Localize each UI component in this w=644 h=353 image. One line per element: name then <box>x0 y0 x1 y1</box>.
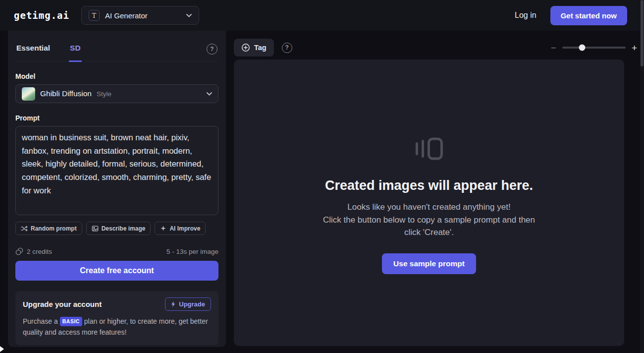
get-started-button[interactable]: Get started now <box>550 6 627 25</box>
create-free-account-button[interactable]: Create free account <box>15 261 218 281</box>
model-section-label: Model <box>15 72 218 80</box>
plus-circle-icon <box>241 43 250 52</box>
generation-time: 5 - 13s per image <box>166 248 218 255</box>
zoom-slider[interactable] <box>562 47 626 49</box>
prompt-label: Prompt <box>15 114 218 122</box>
bolt-icon <box>171 301 176 307</box>
zoom-in-button[interactable]: + <box>632 43 637 53</box>
upgrade-button-label: Upgrade <box>179 300 205 308</box>
generator-panel: Essential SD ? Model Ghibli Diffusion St… <box>8 31 226 347</box>
prompt-tools-row: Random prompt Describe image AI Improve <box>15 222 218 235</box>
login-link[interactable]: Log in <box>515 11 537 20</box>
basic-badge: BASIC <box>60 317 82 327</box>
add-tag-button[interactable]: Tag <box>234 39 274 57</box>
credits-row: 2 credits 5 - 13s per image <box>15 247 218 255</box>
random-prompt-label: Random prompt <box>31 225 77 232</box>
use-sample-prompt-button[interactable]: Use sample prompt <box>382 253 476 274</box>
scrollbar-thumb[interactable] <box>641 0 644 66</box>
zoom-control: − + <box>551 43 637 53</box>
top-bar: getimg.ai T AI Generator Log in Get star… <box>0 0 640 31</box>
credits-count: 2 credits <box>27 248 52 255</box>
chevron-down-icon <box>186 14 192 17</box>
add-tag-label: Tag <box>254 44 267 52</box>
text-to-image-icon: T <box>89 10 100 21</box>
logo[interactable]: getimg.ai <box>14 10 69 21</box>
describe-image-button[interactable]: Describe image <box>86 222 151 235</box>
canvas-help-icon[interactable]: ? <box>282 43 292 53</box>
empty-state-line3: click 'Create'. <box>323 226 535 239</box>
upgrade-button[interactable]: Upgrade <box>165 297 211 311</box>
upgrade-header: Upgrade your account Upgrade <box>23 297 211 311</box>
tabs-row: Essential SD ? <box>15 31 218 61</box>
tool-selector-label: AI Generator <box>105 11 181 20</box>
page: getimg.ai T AI Generator Log in Get star… <box>0 0 644 353</box>
model-style-label: Style <box>97 90 202 98</box>
tool-selector-dropdown[interactable]: T AI Generator <box>81 6 199 25</box>
empty-state-line1: Looks like you haven't created anything … <box>323 201 535 214</box>
empty-state-line2: Click the button below to copy a sample … <box>323 214 535 227</box>
zoom-out-button[interactable]: − <box>551 43 556 53</box>
panel-help-icon[interactable]: ? <box>207 44 217 55</box>
random-prompt-button[interactable]: Random prompt <box>15 222 82 235</box>
empty-state-description: Looks like you haven't created anything … <box>323 201 535 239</box>
tab-essential[interactable]: Essential <box>15 44 51 62</box>
model-select[interactable]: Ghibli Diffusion Style <box>15 84 218 103</box>
sparkle-icon <box>160 225 166 232</box>
upgrade-title: Upgrade your account <box>23 300 102 308</box>
tab-sd[interactable]: SD <box>69 44 82 62</box>
describe-image-label: Describe image <box>102 225 146 232</box>
upgrade-text-prefix: Purchase a <box>23 317 60 325</box>
zoom-slider-thumb[interactable] <box>579 45 585 51</box>
model-name: Ghibli Diffusion <box>40 89 92 98</box>
upgrade-card: Upgrade your account Upgrade Purchase a … <box>15 291 218 345</box>
ai-improve-button[interactable]: AI Improve <box>155 222 206 235</box>
coins-icon <box>15 247 23 255</box>
corner-caret-icon <box>0 346 4 352</box>
model-thumbnail <box>22 87 35 101</box>
images-placeholder-icon <box>415 137 443 162</box>
shuffle-icon <box>21 225 28 232</box>
canvas-toolbar: Tag ? − + <box>234 39 637 57</box>
image-canvas: Created images will appear here. Looks l… <box>234 59 624 346</box>
upgrade-description: Purchase a BASIC plan or higher, to crea… <box>23 316 211 338</box>
empty-state-title: Created images will appear here. <box>325 178 533 193</box>
chevron-down-icon <box>207 92 212 96</box>
ai-improve-label: AI Improve <box>169 225 200 232</box>
page-scrollbar[interactable] <box>640 0 644 353</box>
prompt-textarea[interactable]: woman in business suit, brown neat hair,… <box>15 126 218 215</box>
topbar-right: Log in Get started now <box>515 6 627 25</box>
image-icon <box>92 225 99 232</box>
